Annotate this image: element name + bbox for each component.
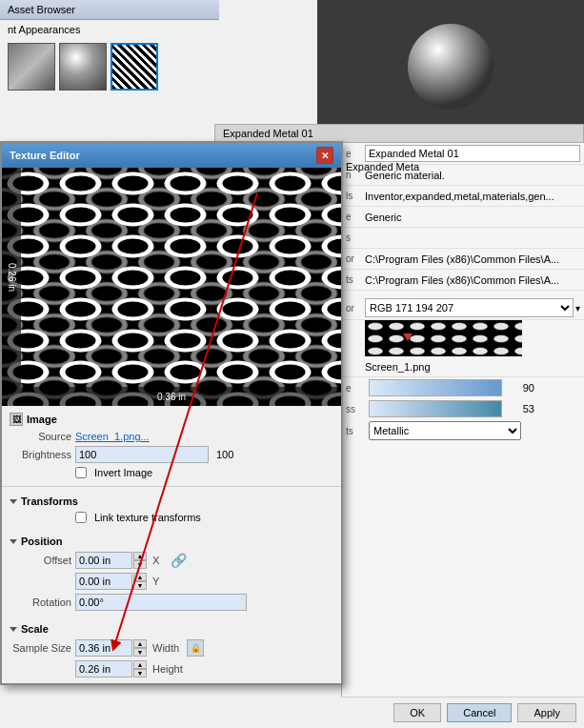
material-buttons: OK Cancel Apply <box>341 697 584 728</box>
height-up[interactable]: ▲ <box>133 660 147 669</box>
prop-source-row: s <box>342 228 584 249</box>
image-icon: 🖼 <box>12 415 21 424</box>
brightness-input[interactable] <box>75 446 209 463</box>
prop-location-row: ts C:\Program Files (x86)\Common Files\A… <box>342 270 584 291</box>
prop-desc-row: n Generic material. <box>342 165 584 186</box>
svg-rect-3 <box>365 320 522 356</box>
prop-texture-name-row: Screen_1.png <box>342 356 584 377</box>
link-texture-checkbox[interactable] <box>75 512 87 523</box>
height-input[interactable] <box>75 660 132 677</box>
thumb-2[interactable] <box>59 43 107 91</box>
ok-button[interactable]: OK <box>393 703 441 722</box>
hue-label: e <box>346 383 365 394</box>
offset-x-spinner: ▲ ▼ <box>75 552 147 569</box>
texture-editor-window: Texture Editor ✕ <box>0 141 343 685</box>
sat-slider-bar[interactable] <box>369 400 502 417</box>
width-spinbtns: ▲ ▼ <box>133 639 147 657</box>
width-label: Width <box>152 642 179 654</box>
close-button[interactable]: ✕ <box>316 147 333 164</box>
offset-y-row: ▲ ▼ Y <box>10 571 333 592</box>
prop-color-dropdown[interactable]: RGB 171 194 207 <box>365 298 574 317</box>
invert-row: Invert Image <box>10 465 333 480</box>
width-up[interactable]: ▲ <box>133 639 147 648</box>
invert-label: Invert Image <box>94 467 152 478</box>
offset-y-spinner: ▲ ▼ <box>75 573 147 590</box>
texture-preview-image <box>2 168 341 406</box>
sat-label: ss <box>346 404 365 415</box>
prop-texture-name-value: Screen_1.png <box>365 361 580 373</box>
hue-slider-bar[interactable] <box>369 379 502 396</box>
prop-desc-value: Generic material. <box>365 170 580 181</box>
width-input[interactable] <box>75 639 132 657</box>
prop-author-row: or C:\Program Files (x86)\Common Files\A… <box>342 249 584 270</box>
scale-header[interactable]: Scale <box>10 620 333 637</box>
texture-thumb-container <box>365 320 522 356</box>
offset-y-spinbtns: ▲ ▼ <box>133 573 147 590</box>
prop-tags-value: Inventor,expanded,metal,materials,gen... <box>365 191 580 202</box>
finish-row: ts Metallic <box>342 419 584 442</box>
offset-x-unit: X <box>152 555 159 566</box>
offset-y-down[interactable]: ▼ <box>133 581 147 590</box>
image-section-header[interactable]: 🖼 Image <box>10 410 333 429</box>
asset-browser-label: Asset Browser <box>8 4 75 15</box>
width-down[interactable]: ▼ <box>133 648 147 657</box>
invert-checkbox[interactable] <box>75 467 87 478</box>
texture-editor-titlebar: Texture Editor ✕ <box>2 143 341 168</box>
thumb-1[interactable] <box>8 43 55 91</box>
position-section: Position Offset ▲ ▼ X 🔗 <box>2 529 341 617</box>
offset-x-spinbtns: ▲ ▼ <box>133 552 147 569</box>
link-icon[interactable]: 🔗 <box>171 553 186 568</box>
finish-dropdown[interactable]: Metallic <box>369 421 521 440</box>
offset-label: Offset <box>10 555 71 566</box>
scale-triangle <box>10 627 17 632</box>
sample-size-row: Sample Size ▲ ▼ Width 🔒 <box>10 637 333 658</box>
prop-category-label: e <box>346 212 365 222</box>
source-link[interactable]: Screen_1.png... <box>75 431 150 442</box>
asset-browser-title: Asset Browser <box>0 0 219 20</box>
appearances-thumbnails <box>0 39 219 94</box>
offset-x-down[interactable]: ▼ <box>133 560 147 569</box>
position-header[interactable]: Position <box>10 533 333 550</box>
offset-y-input[interactable] <box>75 573 132 590</box>
material-props-panel: e n Generic material. ls Inventor,expand… <box>341 143 584 728</box>
prop-location-value: C:\Program Files (x86)\Common Files\A... <box>365 274 580 286</box>
ruler-left: 0.26 in <box>2 168 21 387</box>
height-spinbtns: ▲ ▼ <box>133 660 147 677</box>
prop-name-input[interactable] <box>365 145 580 162</box>
height-down[interactable]: ▼ <box>133 669 147 677</box>
transforms-triangle <box>10 499 17 504</box>
sample-size-label: Sample Size <box>10 642 71 654</box>
apply-button[interactable]: Apply <box>517 703 576 722</box>
offset-x-up[interactable]: ▲ <box>133 552 147 560</box>
lock-icon: 🔒 <box>191 643 201 653</box>
asset-browser: Asset Browser nt Appearances Expanded Me… <box>0 0 584 728</box>
width-spinner: ▲ ▼ <box>75 639 147 657</box>
brightness-row: Brightness 100 <box>10 444 333 465</box>
cancel-button[interactable]: Cancel <box>447 703 512 722</box>
prop-name-label: e <box>346 149 365 159</box>
height-label: Height <box>152 663 183 675</box>
prop-tags-row: ls Inventor,expanded,metal,materials,gen… <box>342 186 584 207</box>
sphere-preview <box>317 0 584 133</box>
offset-y-up[interactable]: ▲ <box>133 573 147 581</box>
source-label: Source <box>10 431 71 442</box>
prop-color-row: or RGB 171 194 207 ▾ <box>342 296 584 320</box>
aspect-lock-icon[interactable]: 🔒 <box>187 639 204 657</box>
texture-preview-svg <box>365 320 522 356</box>
link-texture-row: Link texture transforms <box>10 510 333 525</box>
transforms-label: Transforms <box>21 495 78 507</box>
hue-row: e 90 <box>342 377 584 398</box>
thumb-3[interactable] <box>111 43 158 91</box>
prop-desc-label: n <box>346 170 365 180</box>
prop-source-label: s <box>346 233 365 243</box>
texture-editor-title: Texture Editor <box>10 150 80 161</box>
rotation-input[interactable] <box>75 594 247 611</box>
finish-label: ts <box>346 426 365 436</box>
transforms-header[interactable]: Transforms <box>10 493 333 510</box>
prop-category-row: e Generic <box>342 207 584 228</box>
sat-row: ss 53 <box>342 398 584 419</box>
source-row: Source Screen_1.png... <box>10 429 333 444</box>
prop-color-dropdown-arrow: ▾ <box>575 303 580 313</box>
offset-x-input[interactable] <box>75 552 132 569</box>
appearances-title: nt Appearances <box>0 20 219 39</box>
